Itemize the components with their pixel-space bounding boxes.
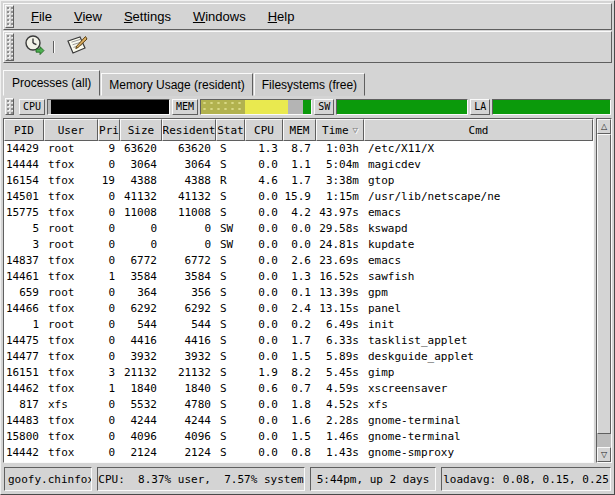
- table-row[interactable]: 14444tfox030643064S0.01.15:04mmagicdev: [4, 157, 593, 173]
- menu-item-settings[interactable]: Settings: [115, 6, 180, 27]
- table-row[interactable]: 14837tfox067726772S0.02.623.69semacs: [4, 253, 593, 269]
- cell-size: 4416: [120, 333, 162, 349]
- table-row[interactable]: 14429root96362063620S1.38.71:03h/etc/X11…: [4, 141, 593, 157]
- column-header-label-pid: PID: [14, 124, 34, 137]
- cell-pri: 0: [98, 253, 120, 269]
- cell-cpu: 0.0: [245, 413, 283, 429]
- meter-grip[interactable]: [5, 98, 14, 115]
- cell-mem: 1.6: [283, 413, 316, 429]
- table-row[interactable]: 14477tfox039323932S0.01.55.89sdeskguide_…: [4, 349, 593, 365]
- la-meter-bar: [492, 99, 611, 115]
- cell-user: tfox: [44, 413, 98, 429]
- cell-cmd: panel: [364, 301, 593, 317]
- column-header-cmd[interactable]: Cmd: [364, 119, 593, 141]
- memo-button[interactable]: [62, 34, 92, 60]
- cell-pid: 3: [4, 237, 44, 253]
- cell-size: 0: [120, 237, 162, 253]
- table-row[interactable]: 14461tfox135843584S0.01.316.52ssawfish: [4, 269, 593, 285]
- table-row[interactable]: 14462tfox118401840S0.60.74.59sxscreensav…: [4, 381, 593, 397]
- cell-mem: 4.2: [283, 205, 316, 221]
- menubar-grip[interactable]: [5, 5, 14, 28]
- cell-pri: 0: [98, 317, 120, 333]
- cell-cpu: 0.0: [245, 397, 283, 413]
- cell-cmd: deskguide_applet: [364, 349, 593, 365]
- table-row[interactable]: 14466tfox062926292S0.02.413.15spanel: [4, 301, 593, 317]
- column-header-pid[interactable]: PID: [4, 119, 44, 141]
- cell-cpu: 0.6: [245, 381, 283, 397]
- down-arrow-icon: ▽: [601, 451, 607, 459]
- tab-memory-usage[interactable]: Memory Usage (resident): [101, 73, 252, 96]
- cell-mem: 1.1: [283, 157, 316, 173]
- cell-resident: 0: [162, 221, 216, 237]
- cell-cmd: gpm: [364, 285, 593, 301]
- column-header-stat[interactable]: Stat: [216, 119, 245, 141]
- column-header-user[interactable]: User: [44, 119, 98, 141]
- cell-pri: 0: [98, 349, 120, 365]
- timer-button[interactable]: [19, 34, 49, 60]
- menu-item-windows[interactable]: Windows: [184, 6, 255, 27]
- cell-cpu: 0.0: [245, 301, 283, 317]
- column-header-pri[interactable]: Pri: [98, 119, 120, 141]
- cell-stat: S: [216, 269, 245, 285]
- cell-cmd: gnome-terminal: [364, 413, 593, 429]
- cell-cmd: tasklist_applet: [364, 333, 593, 349]
- cell-user: root: [44, 237, 98, 253]
- cell-stat: S: [216, 381, 245, 397]
- table-row[interactable]: 14483tfox042444244S0.01.62.28sgnome-term…: [4, 413, 593, 429]
- cell-user: tfox: [44, 381, 98, 397]
- column-header-cpu[interactable]: CPU: [245, 119, 283, 141]
- table-row[interactable]: 3root000SW0.00.024.81skupdate: [4, 237, 593, 253]
- table-row[interactable]: 14475tfox044164416S0.01.76.33stasklist_a…: [4, 333, 593, 349]
- cell-mem: 8.2: [283, 365, 316, 381]
- cell-pid: 14461: [4, 269, 44, 285]
- cell-pri: 0: [98, 429, 120, 445]
- column-header-mem[interactable]: MEM: [283, 119, 316, 141]
- cpu-stats-panel: CPU: 8.37% user, 7.57% system: [97, 467, 305, 491]
- table-header-row: PIDUserPriSizeResidentStatCPUMEMTime▽Cmd: [4, 119, 593, 141]
- table-row[interactable]: 5root000SW0.00.029.58skswapd: [4, 221, 593, 237]
- column-header-size[interactable]: Size: [120, 119, 162, 141]
- table-row[interactable]: 659root0364356S0.00.113.39sgpm: [4, 285, 593, 301]
- vertical-scrollbar[interactable]: △ ▽: [596, 118, 612, 463]
- cell-size: 3932: [120, 349, 162, 365]
- table-row[interactable]: 1root0544544S0.00.26.49sinit: [4, 317, 593, 333]
- cell-cpu: 0.0: [245, 349, 283, 365]
- scroll-up-button[interactable]: △: [597, 119, 611, 134]
- cell-mem: 8.7: [283, 141, 316, 157]
- tab-filesystems[interactable]: Filesystems (free): [254, 73, 365, 96]
- menu-item-view[interactable]: View: [65, 6, 111, 27]
- cell-stat: R: [216, 173, 245, 189]
- table-row[interactable]: 15775tfox01100811008S0.04.243.97semacs: [4, 205, 593, 221]
- scroll-thumb[interactable]: [597, 134, 611, 434]
- menu-item-help[interactable]: Help: [259, 6, 304, 27]
- cell-user: tfox: [44, 445, 98, 461]
- table-row[interactable]: 817xfs055324780S0.01.84.52sxfs: [4, 397, 593, 413]
- column-header-label-size: Size: [128, 124, 155, 137]
- scroll-down-button[interactable]: ▽: [597, 447, 611, 462]
- cell-size: 63620: [120, 141, 162, 157]
- cell-cmd: gtop: [364, 173, 593, 189]
- cell-pri: 9: [98, 141, 120, 157]
- table-row[interactable]: 16154tfox1943884388R4.61.73:38mgtop: [4, 173, 593, 189]
- cell-pid: 659: [4, 285, 44, 301]
- cell-mem: 0.0: [283, 221, 316, 237]
- table-row[interactable]: 14501tfox04113241132S0.015.91:15m/usr/li…: [4, 189, 593, 205]
- time-uptime-panel: 5:44pm, up 2 days: [310, 467, 436, 491]
- column-header-resident[interactable]: Resident: [162, 119, 216, 141]
- table-row[interactable]: 15800tfox040964096S0.01.51.46sgnome-term…: [4, 429, 593, 445]
- table-row[interactable]: 14442tfox021242124S0.00.81.43sgnome-smpr…: [4, 445, 593, 461]
- cell-pid: 14442: [4, 445, 44, 461]
- menu-item-file[interactable]: File: [22, 6, 61, 27]
- scroll-trough[interactable]: [597, 134, 611, 447]
- sw-meter-bar: [336, 99, 468, 115]
- column-header-time[interactable]: Time▽: [316, 119, 364, 141]
- cell-cmd: init: [364, 317, 593, 333]
- statusbar: goofy.chinfox CPU: 8.37% user, 7.57% sys…: [3, 466, 612, 493]
- toolbar-grip[interactable]: [5, 33, 14, 61]
- la-meter-label: LA: [470, 99, 490, 115]
- cell-mem: 15.9: [283, 189, 316, 205]
- tab-processes[interactable]: Processes (all): [3, 70, 100, 96]
- cell-user: xfs: [44, 397, 98, 413]
- table-row[interactable]: 16151tfox32113221132S1.98.25.45sgimp: [4, 365, 593, 381]
- cell-cpu: 0.0: [245, 237, 283, 253]
